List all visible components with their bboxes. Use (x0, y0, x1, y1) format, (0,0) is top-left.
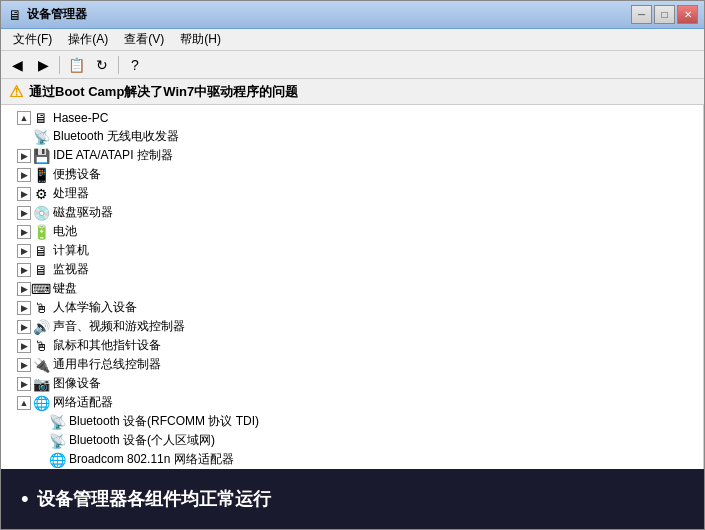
menu-help[interactable]: 帮助(H) (172, 29, 229, 50)
bt-pan-icon: 📡 (49, 433, 65, 449)
imaging-icon: 📷 (33, 376, 49, 392)
bluetooth-icon: 📡 (33, 129, 49, 145)
notification-bar: • 设备管理器各组件均正常运行 (1, 469, 704, 529)
broadcom-icon: 🌐 (49, 452, 65, 468)
disk-label: 磁盘驱动器 (53, 204, 113, 221)
list-item[interactable]: ▶ 📷 图像设备 (1, 374, 703, 393)
imaging-label: 图像设备 (53, 375, 101, 392)
main-content: ▲ 🖥 Hasee-PC 📡 Bluetooth 无线电收发器 ▶ 💾 IDE … (1, 105, 704, 469)
list-item[interactable]: ▶ 💿 磁盘驱动器 (1, 203, 703, 222)
list-item[interactable]: ▶ 🖥 监视器 (1, 260, 703, 279)
root-label: Hasee-PC (53, 111, 108, 125)
menu-file[interactable]: 文件(F) (5, 29, 60, 50)
usb-label: 通用串行总线控制器 (53, 356, 161, 373)
back-button[interactable]: ◀ (5, 54, 29, 76)
ide-icon: 💾 (33, 148, 49, 164)
menu-action[interactable]: 操作(A) (60, 29, 116, 50)
list-item[interactable]: ▶ 🖥 计算机 (1, 241, 703, 260)
portable-expand-icon[interactable]: ▶ (17, 168, 31, 182)
bt-pan-label: Bluetooth 设备(个人区域网) (69, 432, 215, 449)
list-item[interactable]: 🌐 Broadcom 802.11n 网络适配器 (1, 450, 703, 469)
ide-label: IDE ATA/ATAPI 控制器 (53, 147, 173, 164)
root-expand-icon[interactable]: ▲ (17, 111, 31, 125)
imaging-expand-icon[interactable]: ▶ (17, 377, 31, 391)
toolbar-separator-2 (118, 56, 119, 74)
hid-label: 人体学输入设备 (53, 299, 137, 316)
cpu-label: 处理器 (53, 185, 89, 202)
network-expand-icon[interactable]: ▲ (17, 396, 31, 410)
forward-button[interactable]: ▶ (31, 54, 55, 76)
monitor-icon: 🖥 (33, 262, 49, 278)
window-controls: ─ □ ✕ (631, 5, 698, 24)
warning-icon: ⚠ (9, 82, 23, 101)
cpu-icon: ⚙ (33, 186, 49, 202)
banner-text: 通过Boot Camp解决了Win7中驱动程序的问题 (29, 83, 298, 101)
list-item[interactable]: ▶ 💾 IDE ATA/ATAPI 控制器 (1, 146, 703, 165)
notification-text: 设备管理器各组件均正常运行 (37, 487, 271, 511)
ide-expand-icon[interactable]: ▶ (17, 149, 31, 163)
list-item[interactable]: ▶ 🔋 电池 (1, 222, 703, 241)
disk-expand-icon[interactable]: ▶ (17, 206, 31, 220)
hid-expand-icon[interactable]: ▶ (17, 301, 31, 315)
mouse-icon: 🖱 (33, 338, 49, 354)
usb-expand-icon[interactable]: ▶ (17, 358, 31, 372)
battery-expand-icon[interactable]: ▶ (17, 225, 31, 239)
list-item[interactable]: 📡 Bluetooth 无线电收发器 (1, 127, 703, 146)
list-item[interactable]: 📡 Bluetooth 设备(RFCOMM 协议 TDI) (1, 412, 703, 431)
toolbar-separator-1 (59, 56, 60, 74)
maximize-button[interactable]: □ (654, 5, 675, 24)
toolbar: ◀ ▶ 📋 ↻ ? (1, 51, 704, 79)
minimize-button[interactable]: ─ (631, 5, 652, 24)
keyboard-label: 键盘 (53, 280, 77, 297)
properties-button[interactable]: 📋 (64, 54, 88, 76)
audio-icon: 🔊 (33, 319, 49, 335)
menu-bar: 文件(F) 操作(A) 查看(V) 帮助(H) (1, 29, 704, 51)
list-item[interactable]: ▶ 🖱 人体学输入设备 (1, 298, 703, 317)
portable-label: 便携设备 (53, 166, 101, 183)
window-title: 设备管理器 (27, 6, 631, 23)
battery-icon: 🔋 (33, 224, 49, 240)
title-icon: 🖥 (7, 7, 23, 23)
list-item[interactable]: 📡 Bluetooth 设备(个人区域网) (1, 431, 703, 450)
audio-label: 声音、视频和游戏控制器 (53, 318, 185, 335)
title-bar: 🖥 设备管理器 ─ □ ✕ (1, 1, 704, 29)
monitor-label: 监视器 (53, 261, 89, 278)
menu-view[interactable]: 查看(V) (116, 29, 172, 50)
keyboard-expand-icon[interactable]: ▶ (17, 282, 31, 296)
mouse-label: 鼠标和其他指针设备 (53, 337, 161, 354)
keyboard-icon: ⌨ (33, 281, 49, 297)
list-item[interactable]: ▶ ⚙ 处理器 (1, 184, 703, 203)
broadcom-label: Broadcom 802.11n 网络适配器 (69, 451, 234, 468)
list-item[interactable]: ▶ 🔊 声音、视频和游戏控制器 (1, 317, 703, 336)
update-button[interactable]: ↻ (90, 54, 114, 76)
list-item[interactable]: ▶ 📱 便携设备 (1, 165, 703, 184)
network-label: 网络适配器 (53, 394, 113, 411)
list-item[interactable]: ▶ 🔌 通用串行总线控制器 (1, 355, 703, 374)
close-button[interactable]: ✕ (677, 5, 698, 24)
monitor-expand-icon[interactable]: ▶ (17, 263, 31, 277)
mouse-expand-icon[interactable]: ▶ (17, 339, 31, 353)
list-item[interactable]: ▶ 🖱 鼠标和其他指针设备 (1, 336, 703, 355)
bt-rfcomm-label: Bluetooth 设备(RFCOMM 协议 TDI) (69, 413, 259, 430)
cpu-expand-icon[interactable]: ▶ (17, 187, 31, 201)
bluetooth-radio-label: Bluetooth 无线电收发器 (53, 128, 179, 145)
hid-icon: 🖱 (33, 300, 49, 316)
portable-icon: 📱 (33, 167, 49, 183)
disk-icon: 💿 (33, 205, 49, 221)
computer-icon: 🖥 (33, 110, 49, 126)
usb-icon: 🔌 (33, 357, 49, 373)
computer2-icon: 🖥 (33, 243, 49, 259)
banner: ⚠ 通过Boot Camp解决了Win7中驱动程序的问题 (1, 79, 704, 105)
computer-label: 计算机 (53, 242, 89, 259)
help-button[interactable]: ? (123, 54, 147, 76)
device-tree[interactable]: ▲ 🖥 Hasee-PC 📡 Bluetooth 无线电收发器 ▶ 💾 IDE … (1, 105, 704, 469)
device-manager-window: 🖥 设备管理器 ─ □ ✕ 文件(F) 操作(A) 查看(V) 帮助(H) ◀ … (0, 0, 705, 530)
audio-expand-icon[interactable]: ▶ (17, 320, 31, 334)
battery-label: 电池 (53, 223, 77, 240)
tree-root[interactable]: ▲ 🖥 Hasee-PC (1, 109, 703, 127)
network-icon: 🌐 (33, 395, 49, 411)
list-item[interactable]: ▲ 🌐 网络适配器 (1, 393, 703, 412)
bullet-icon: • (21, 486, 29, 512)
computer-expand-icon[interactable]: ▶ (17, 244, 31, 258)
list-item[interactable]: ▶ ⌨ 键盘 (1, 279, 703, 298)
